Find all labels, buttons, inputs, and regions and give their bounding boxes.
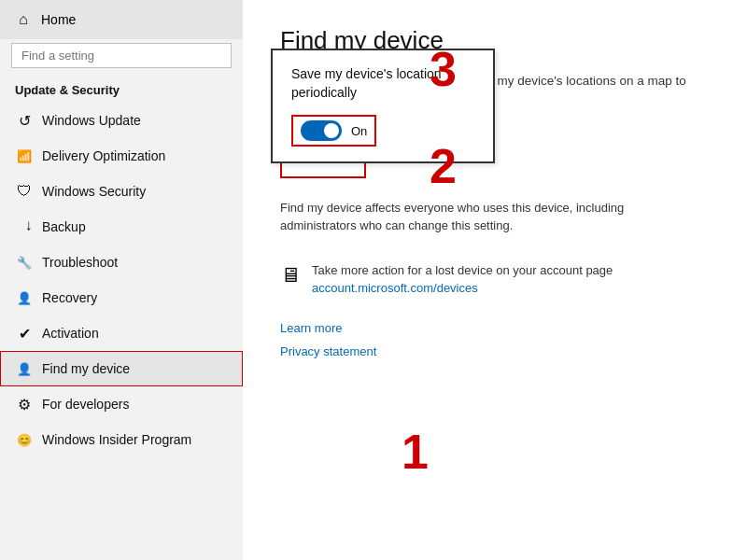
sidebar-item-home[interactable]: ⌂ Home [0,0,243,39]
search-input[interactable] [11,43,232,68]
account-link[interactable]: account.microsoft.com/devices [312,281,613,295]
sidebar-item-label: Find my device [42,361,130,376]
main-content: 3 Save my device's location periodically… [243,0,747,560]
sidebar-item-label: Activation [42,326,99,341]
activation-icon: ✔ [16,325,33,342]
privacy-link[interactable]: Privacy statement [280,344,710,358]
sidebar-item-troubleshoot[interactable]: 🔧 Troubleshoot [0,245,243,280]
toggle-on-label: On [351,124,367,138]
sidebar-item-windows-update[interactable]: ↺ Windows Update [0,103,243,138]
sidebar-section-title: Update & Security [0,76,243,103]
account-device-icon: 🖥 [280,263,301,287]
toggle-track [301,120,342,141]
sidebar-item-label: Troubleshoot [42,255,118,270]
sidebar-item-label: Windows Security [42,184,146,199]
sidebar-item-windows-security[interactable]: 🛡 Windows Security [0,174,243,209]
sidebar-item-backup[interactable]: ↑ Backup [0,209,243,245]
toggle-popup: Save my device's location periodically O… [271,49,495,163]
account-info: Take more action for a lost device on yo… [312,261,613,296]
sidebar-item-activation[interactable]: ✔ Activation [0,315,243,351]
sidebar-item-recovery[interactable]: 👤 Recovery [0,280,243,315]
toggle-row[interactable]: On [291,115,376,147]
home-label: Home [41,12,76,27]
annotation-1: 1 [402,424,429,480]
sidebar: ⌂ Home Update & Security ↺ Windows Updat… [0,0,243,560]
sidebar-item-delivery-optimization[interactable]: 📶 Delivery Optimization [0,138,243,174]
sidebar-item-label: Windows Insider Program [42,432,191,447]
account-section: 🖥 Take more action for a lost device on … [280,261,691,296]
sidebar-item-label: Recovery [42,290,97,305]
troubleshoot-icon: 🔧 [16,254,33,271]
windows-security-icon: 🛡 [16,183,33,200]
sidebar-item-label: Backup [42,219,86,234]
affects-text: Find my device affects everyone who uses… [280,199,672,235]
sidebar-item-find-my-device[interactable]: 👤 Find my device [0,351,243,386]
sidebar-item-label: Windows Update [42,113,141,128]
backup-icon: ↑ [16,218,33,235]
recovery-icon: 👤 [16,289,33,306]
sidebar-item-label: For developers [42,397,129,412]
learn-more-link[interactable]: Learn more [280,321,710,335]
sidebar-item-label: Delivery Optimization [42,148,165,163]
account-description: Take more action for a lost device on yo… [312,261,613,280]
find-my-device-icon: 👤 [16,360,33,377]
delivery-optimization-icon: 📶 [16,147,33,164]
toggle-thumb [324,123,339,138]
toggle-switch[interactable] [301,120,342,141]
windows-update-icon: ↺ [16,112,33,129]
sidebar-item-windows-insider[interactable]: 😊 Windows Insider Program [0,422,243,457]
sidebar-item-for-developers[interactable]: ⚙ For developers [0,386,243,422]
popup-label: Save my device's location periodically [291,65,474,102]
for-developers-icon: ⚙ [16,396,33,413]
home-icon: ⌂ [15,11,32,28]
windows-insider-icon: 😊 [16,431,33,448]
